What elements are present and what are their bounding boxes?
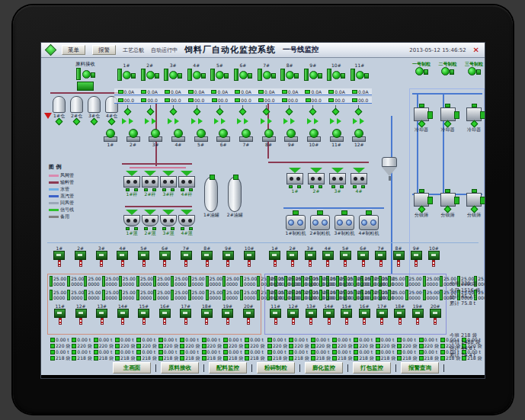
grinder-unit[interactable]: 2# — [122, 129, 145, 147]
grinder-unit[interactable]: 12# — [347, 129, 370, 147]
packer-unit[interactable]: 13# — [303, 303, 320, 325]
packer-unit[interactable]: 5# — [337, 245, 354, 267]
batch-mixer[interactable]: 3#混 — [160, 210, 177, 236]
grinder-unit[interactable]: 3# — [144, 129, 167, 147]
grinder-unit[interactable]: 11# — [325, 129, 348, 147]
nav-button[interactable]: 报警查询 — [401, 362, 439, 374]
packer-unit[interactable]: 17# — [373, 303, 391, 325]
inlet-valve[interactable] — [301, 105, 324, 114]
grinder-unit[interactable]: 10# — [303, 129, 325, 147]
packer-unit[interactable]: 12# — [71, 303, 92, 325]
sifter-machine[interactable]: 分级筛 — [409, 189, 434, 217]
packer-unit[interactable]: 2# — [70, 245, 91, 267]
top-unit[interactable]: 11# — [349, 63, 370, 81]
packer-unit[interactable]: 16# — [155, 303, 176, 325]
packer-unit[interactable]: 1# — [49, 245, 70, 267]
inlet-valve[interactable] — [185, 105, 208, 114]
batch-mixer[interactable]: 2#混 — [142, 210, 158, 236]
top-unit[interactable]: 4# — [186, 63, 207, 81]
top-unit[interactable]: 9# — [303, 63, 324, 81]
raw-bin[interactable]: 1#仓 — [53, 96, 66, 124]
top-unit[interactable]: 10# — [325, 63, 347, 81]
packer-unit[interactable]: 20# — [427, 303, 444, 325]
packer-unit[interactable]: 14# — [320, 303, 338, 325]
pellet-mill[interactable]: 3#制粒机 — [334, 210, 355, 236]
inlet-valve[interactable] — [162, 105, 185, 114]
pellet-bin[interactable]: 4# — [351, 168, 367, 194]
packer-unit[interactable]: 14# — [113, 303, 134, 325]
packer-unit[interactable]: 9# — [408, 245, 425, 267]
packer-unit[interactable]: 7# — [372, 245, 389, 267]
pellet-bin[interactable]: 3# — [329, 168, 346, 194]
inlet-valve[interactable] — [278, 105, 301, 114]
packer-unit[interactable]: 8# — [389, 245, 407, 267]
packer-unit[interactable]: 13# — [91, 303, 113, 325]
inlet-valve[interactable] — [254, 105, 277, 114]
grinder-unit[interactable]: 1# — [99, 129, 122, 147]
inlet-valve[interactable] — [208, 105, 231, 114]
feeder[interactable] — [77, 82, 94, 91]
batch-scale[interactable]: 1#秤 — [123, 171, 140, 197]
packer-unit[interactable]: 17# — [175, 303, 197, 325]
pellet-mill[interactable]: 1#制粒机 — [285, 210, 306, 236]
inlet-valve[interactable] — [139, 105, 162, 114]
packer-unit[interactable]: 12# — [284, 303, 302, 325]
pellet-mill[interactable]: 2#制粒机 — [309, 210, 331, 236]
bin-valve-icon[interactable] — [73, 118, 81, 126]
top-unit[interactable]: 7# — [256, 63, 277, 81]
packer-unit[interactable]: 6# — [155, 245, 176, 267]
nav-button[interactable]: 粉碎制粒 — [257, 362, 295, 374]
alarm-button[interactable]: 报警 — [92, 45, 116, 55]
packer-unit[interactable]: 20# — [238, 303, 260, 325]
packer-unit[interactable]: 19# — [408, 303, 426, 325]
grinder-unit[interactable]: 9# — [280, 129, 303, 147]
inlet-valve[interactable] — [324, 105, 347, 114]
packer-unit[interactable]: 18# — [391, 303, 408, 325]
packer-unit[interactable]: 15# — [338, 303, 355, 325]
sifter-machine[interactable]: 分级筛 — [436, 189, 460, 217]
packer-unit[interactable]: 6# — [354, 245, 372, 267]
packer-unit[interactable]: 9# — [218, 245, 239, 267]
pellet-bin[interactable]: 2# — [308, 168, 325, 194]
bin-pump-icon[interactable] — [82, 69, 95, 79]
batch-scale[interactable]: 4#秤 — [178, 171, 195, 197]
cooler-machine[interactable]: 冷却器 — [462, 104, 485, 132]
batch-mixer[interactable]: 1#混 — [123, 210, 140, 236]
top-unit[interactable]: 8# — [279, 63, 300, 81]
top-unit[interactable]: 5# — [209, 63, 230, 81]
inlet-valve[interactable] — [232, 105, 254, 114]
packer-unit[interactable]: 7# — [175, 245, 197, 267]
close-icon[interactable]: ✕ — [473, 46, 479, 54]
packer-unit[interactable]: 3# — [91, 245, 112, 267]
packer-unit[interactable]: 4# — [319, 245, 337, 267]
grinder-unit[interactable]: 7# — [235, 129, 258, 147]
packer-unit[interactable]: 16# — [355, 303, 373, 325]
fan-pump-icon[interactable] — [468, 66, 481, 76]
packer-unit[interactable]: 2# — [283, 245, 301, 267]
packer-unit[interactable]: 10# — [238, 245, 260, 267]
oil-tank[interactable]: 1#油罐 — [203, 177, 219, 218]
nav-button[interactable]: 原料接收 — [161, 362, 199, 374]
batch-mixer[interactable]: 4#混 — [178, 210, 195, 236]
fan-pump-icon[interactable] — [441, 66, 454, 76]
packer-unit[interactable]: 8# — [197, 245, 218, 267]
bin-valve-icon[interactable] — [91, 118, 98, 126]
grinder-unit[interactable]: 5# — [190, 129, 213, 147]
cooler-machine[interactable]: 冷却器 — [409, 104, 434, 132]
packer-unit[interactable]: 10# — [425, 245, 443, 267]
top-unit[interactable]: 3# — [162, 63, 184, 81]
bin-valve-icon[interactable] — [56, 118, 63, 126]
nav-button[interactable]: 配料监控 — [209, 362, 247, 374]
cyclone[interactable] — [381, 157, 398, 181]
fan-pump-icon[interactable] — [415, 66, 428, 76]
inlet-valve[interactable] — [347, 105, 370, 114]
menu-button[interactable]: 菜单 — [62, 45, 85, 55]
top-unit[interactable]: 2# — [139, 63, 161, 81]
packer-unit[interactable]: 11# — [50, 303, 71, 325]
packer-unit[interactable]: 18# — [197, 303, 218, 325]
cooler-machine[interactable]: 冷却器 — [436, 104, 460, 132]
batch-scale[interactable]: 2#秤 — [142, 171, 158, 197]
nav-button[interactable]: 膨化监控 — [305, 362, 343, 374]
top-unit[interactable]: 1# — [116, 63, 137, 81]
raw-bin[interactable]: 2#仓 — [70, 96, 83, 124]
